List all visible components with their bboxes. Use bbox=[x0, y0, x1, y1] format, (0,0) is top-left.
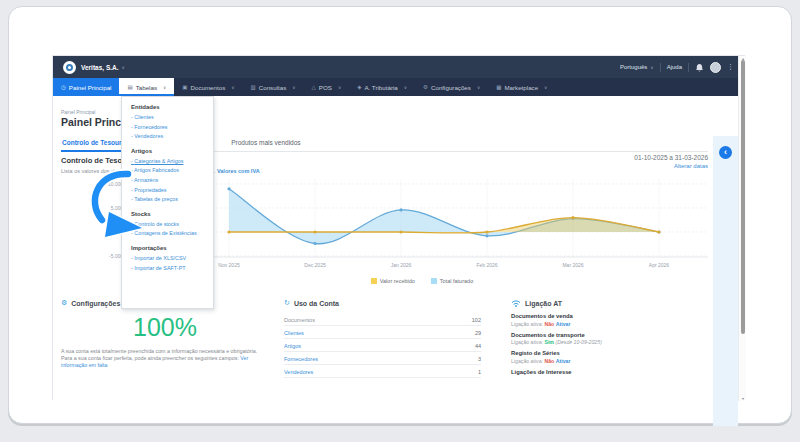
at-entry-title: Ligações de Interesse bbox=[511, 369, 708, 375]
company-logo[interactable] bbox=[63, 61, 76, 74]
at-entry-title: Documentos de transporte bbox=[511, 332, 708, 338]
config-text: A sua conta está totalmente preenchida c… bbox=[61, 348, 269, 370]
svg-text:Feb 2026: Feb 2026 bbox=[476, 262, 497, 268]
nav-item-marketplace[interactable]: ▦Marketplace∨ bbox=[488, 78, 555, 96]
config-text-1: A sua conta está totalmente preenchida c… bbox=[61, 348, 257, 354]
marketplace-icon: ▦ bbox=[496, 84, 501, 90]
usage-label-link[interactable]: Clientes bbox=[284, 330, 304, 336]
annotation-arrow-icon bbox=[86, 169, 156, 244]
status-badge: Não bbox=[544, 321, 554, 327]
at-entry-ligacoes-interesse: Ligações de Interesse bbox=[511, 369, 708, 375]
vertical-scrollbar[interactable]: ▴ ▾ bbox=[738, 56, 746, 401]
refresh-icon: ↻ bbox=[284, 299, 290, 307]
status-badge: Sim bbox=[544, 339, 554, 345]
at-entry-registo-series: Registo de Séries Ligação ativa: Não Ati… bbox=[511, 350, 708, 364]
gear-icon: ⚙ bbox=[61, 299, 67, 307]
menu-item-importar-saft-pt[interactable]: Importar de SAFT-PT bbox=[131, 264, 204, 274]
chevron-down-icon: ∨ bbox=[338, 85, 341, 90]
ativar-link[interactable]: Ativar bbox=[556, 358, 571, 364]
bell-icon[interactable] bbox=[695, 63, 704, 72]
change-dates-link[interactable]: Alterar datas bbox=[508, 163, 708, 169]
breadcrumb[interactable]: Painel Principal bbox=[61, 109, 95, 115]
svg-text:Dec 2025: Dec 2025 bbox=[304, 262, 326, 268]
at-entry-title: Registo de Séries bbox=[511, 350, 708, 356]
menu-item-categorias-artigos[interactable]: Categorias & Artigos bbox=[131, 157, 204, 167]
language-label: Português bbox=[620, 64, 647, 70]
nav-label: Marketplace bbox=[504, 84, 538, 91]
valores-com-iva-link[interactable]: Valores com IVA bbox=[217, 168, 260, 174]
menu-section-importacoes: Importações bbox=[131, 245, 204, 251]
nav-item-documentos[interactable]: ▣Documentos∨ bbox=[174, 78, 242, 96]
panel-uso-header: ↻Uso da Conta bbox=[284, 299, 481, 307]
usage-value: 29 bbox=[475, 330, 481, 336]
panel-title: Ligação AT bbox=[525, 300, 562, 307]
scrollbar-thumb[interactable] bbox=[741, 60, 745, 334]
chevron-down-icon: ∨ bbox=[477, 85, 480, 90]
menu-item-clientes[interactable]: Clientes bbox=[131, 113, 204, 123]
account-completeness-percent: 100% bbox=[61, 313, 269, 342]
at-since-note: (Desde 10-09-2025) bbox=[555, 339, 601, 345]
legend-valor-recebido: Valor recebido bbox=[371, 278, 415, 284]
chart-legend: Valor recebido Total faturado bbox=[136, 278, 708, 284]
nav-item-configuracoes[interactable]: ⚙Configurações∨ bbox=[415, 78, 488, 96]
nav-label: Configurações bbox=[431, 84, 471, 91]
scroll-down-icon[interactable]: ▾ bbox=[740, 396, 746, 401]
usage-label-link[interactable]: Fornecedores bbox=[284, 356, 318, 362]
nav-label: Painel Principal bbox=[69, 84, 112, 91]
usage-label-link[interactable]: Artigos bbox=[284, 343, 301, 349]
chart-plot-area: Nov 2025Dec 2025Jan 2026Feb 2026Mar 2026… bbox=[136, 177, 708, 271]
app-window: Veritas, S.A. ∨ Português∨ Ajuda ⋮ ◷Pain… bbox=[52, 55, 745, 400]
nav-label: Consultas bbox=[259, 84, 287, 91]
chevron-down-icon: ∨ bbox=[122, 65, 125, 70]
panel-uso-da-conta: ↻Uso da Conta Documentos102 Clientes29 A… bbox=[284, 299, 481, 378]
document-icon: ▣ bbox=[182, 84, 187, 90]
nav-item-a-tributaria[interactable]: ◈A. Tributária∨ bbox=[349, 78, 415, 96]
user-avatar[interactable] bbox=[710, 62, 721, 73]
legend-swatch-blue bbox=[431, 278, 437, 284]
top-bar: Veritas, S.A. ∨ Português∨ Ajuda ⋮ bbox=[53, 56, 744, 78]
svg-text:Jan 2026: Jan 2026 bbox=[391, 262, 412, 268]
chevron-down-icon: ∨ bbox=[292, 85, 295, 90]
legend-label: Total faturado bbox=[440, 278, 473, 284]
tab-produtos-mais-vendidos[interactable]: Produtos mais vendidos bbox=[230, 136, 301, 151]
menu-item-fornecedores[interactable]: Fornecedores bbox=[131, 123, 204, 133]
topbar-right: Português∨ Ajuda ⋮ bbox=[620, 62, 734, 73]
screenshot-canvas: Veritas, S.A. ∨ Português∨ Ajuda ⋮ ◷Pain… bbox=[0, 0, 800, 442]
at-entry-documentos-transporte: Documentos de transporte Ligação ativa: … bbox=[511, 332, 708, 346]
usage-label-link[interactable]: Vendedores bbox=[284, 369, 313, 375]
usage-value: 44 bbox=[475, 343, 481, 349]
menu-item-importar-xls-csv[interactable]: Importar de XLS/CSV bbox=[131, 254, 204, 264]
menu-item-vendedores[interactable]: Vendedores bbox=[131, 132, 204, 142]
nav-label: POS bbox=[319, 84, 332, 91]
at-active-label: Ligação ativa: bbox=[511, 358, 543, 364]
nav-label: Tabelas bbox=[136, 84, 157, 91]
nav-item-consultas[interactable]: ▥Consultas∨ bbox=[243, 78, 304, 96]
clock-icon: ◷ bbox=[61, 84, 66, 90]
menu-section-entidades: Entidades bbox=[131, 104, 204, 110]
nav-item-pos[interactable]: △POS∨ bbox=[304, 78, 350, 96]
language-selector[interactable]: Português∨ bbox=[620, 64, 654, 70]
chevron-down-icon: ∨ bbox=[404, 85, 407, 90]
chevron-down-icon: ∨ bbox=[231, 85, 234, 90]
collapse-panel-button[interactable]: ‹ bbox=[719, 146, 732, 159]
wifi-icon bbox=[511, 299, 521, 307]
divider bbox=[688, 63, 689, 72]
company-name[interactable]: Veritas, S.A. bbox=[81, 64, 119, 71]
usage-row-clientes: Clientes29 bbox=[284, 326, 481, 339]
config-text-2: Para a sua conta ficar perfeita, pode ai… bbox=[61, 355, 239, 361]
nav-label: A. Tributária bbox=[364, 84, 397, 91]
help-link[interactable]: Ajuda bbox=[667, 64, 682, 70]
panel-ligacao-at: Ligação AT Documentos de venda Ligação a… bbox=[511, 299, 708, 380]
at-entry-title: Documentos de venda bbox=[511, 313, 708, 319]
panel-title: Configurações bbox=[71, 300, 120, 307]
panel-at-header: Ligação AT bbox=[511, 299, 708, 307]
date-range-widget: 01-10-2025 a 31-03-2026 Alterar datas bbox=[508, 154, 708, 169]
at-active-label: Ligação ativa: bbox=[511, 321, 543, 327]
reports-icon: ▥ bbox=[251, 84, 256, 90]
legend-label: Valor recebido bbox=[380, 278, 415, 284]
ativar-link[interactable]: Ativar bbox=[556, 321, 571, 327]
at-active-label: Ligação ativa: bbox=[511, 339, 543, 345]
usage-value: 102 bbox=[472, 317, 481, 323]
kebab-menu-icon[interactable]: ⋮ bbox=[727, 63, 734, 71]
usage-row-documentos: Documentos102 bbox=[284, 313, 481, 326]
